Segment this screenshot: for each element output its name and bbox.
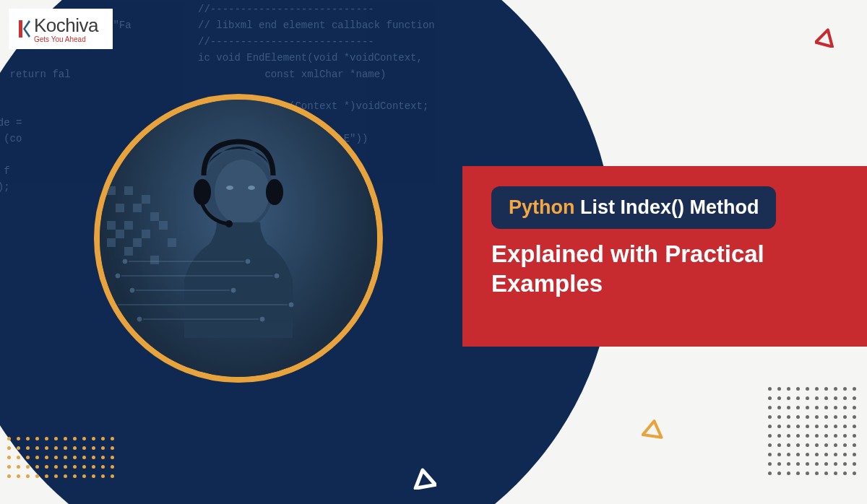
svg-rect-20: [168, 238, 176, 247]
svg-rect-10: [116, 204, 124, 212]
svg-rect-14: [124, 221, 133, 230]
logo-container: Kochiva Gets You Ahead: [9, 9, 113, 49]
svg-rect-12: [150, 212, 159, 221]
svg-rect-9: [142, 195, 150, 204]
title-banner: Python List Index() Method Explained wit…: [462, 166, 867, 347]
svg-rect-17: [142, 230, 150, 238]
logo-mark-icon: [17, 18, 30, 40]
svg-rect-8: [124, 186, 133, 195]
svg-rect-15: [159, 221, 168, 230]
portrait-frame: [94, 94, 383, 383]
logo-tagline: Gets You Ahead: [34, 35, 98, 43]
svg-point-3: [266, 179, 283, 205]
triangle-orange-icon: [642, 419, 665, 439]
svg-rect-7: [107, 186, 116, 195]
svg-rect-16: [116, 230, 124, 238]
svg-rect-37: [19, 20, 22, 38]
svg-point-6: [248, 186, 255, 190]
svg-point-1: [215, 160, 269, 225]
svg-rect-18: [107, 238, 116, 247]
svg-point-5: [226, 186, 233, 190]
dots-gray-pattern: [768, 387, 856, 481]
triangle-white-icon: [412, 468, 436, 490]
logo-name: Kochiva: [34, 14, 98, 37]
svg-rect-13: [107, 221, 116, 230]
title-main: List Index() Method: [575, 196, 759, 218]
svg-rect-22: [150, 256, 159, 264]
svg-rect-11: [133, 204, 142, 212]
svg-rect-21: [124, 247, 133, 256]
title-subtitle: Explained with Practical Examples: [491, 239, 838, 299]
title-pill: Python List Index() Method: [491, 186, 776, 229]
svg-point-36: [137, 317, 142, 321]
portrait-image: [100, 100, 377, 377]
svg-rect-19: [133, 238, 142, 247]
title-highlight: Python: [509, 196, 575, 218]
svg-point-4: [225, 220, 233, 227]
pixel-overlay: [107, 186, 215, 295]
banner-graphic: exit(EXIT_FAILURE); context->addTitle = …: [0, 0, 867, 504]
triangle-red-icon: [815, 27, 837, 48]
dots-yellow-pattern: [7, 437, 114, 484]
